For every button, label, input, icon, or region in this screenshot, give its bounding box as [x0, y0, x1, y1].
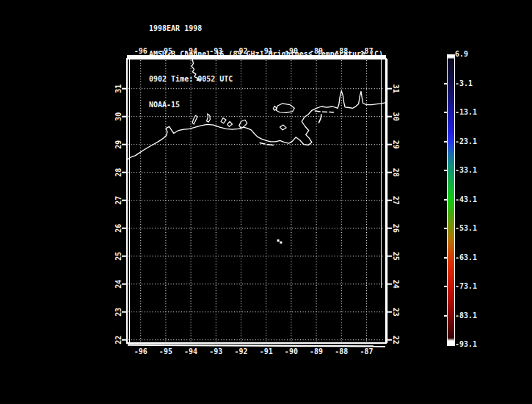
x-axis-label-top: -94 [184, 47, 197, 55]
data-speck [277, 239, 280, 242]
y-axis-label-right: 31 [392, 84, 400, 93]
colorbar-tick-label: -93.1 [455, 341, 477, 348]
barrier-island [260, 143, 265, 144]
y-axis-label-right: 26 [392, 224, 400, 233]
y-axis-label-left: 27 [114, 196, 123, 205]
y-axis-label-right: 25 [392, 252, 400, 261]
y-axis-label-left: 24 [114, 280, 123, 289]
x-axis-label-top: -88 [335, 47, 348, 55]
colorbar-tick-label: -73.1 [455, 283, 477, 290]
colorbar-tick-label: -83.1 [455, 312, 477, 320]
y-axis-label-right: 24 [392, 280, 400, 289]
swath-edge-bottom [128, 345, 385, 347]
y-axis-label-right: 23 [392, 308, 400, 317]
colorbar-tick [444, 141, 447, 143]
y-axis-label-left: 25 [114, 252, 123, 261]
x-axis-label-top: -89 [310, 47, 323, 55]
y-axis-label-left: 30 [114, 112, 123, 121]
x-axis-label-top: -95 [159, 47, 172, 55]
y-axis-label-right: 28 [392, 168, 400, 177]
colorbar [447, 54, 455, 346]
y-axis-label-left: 31 [114, 84, 123, 93]
swath-edge-top [127, 55, 386, 59]
barrier-island [267, 145, 273, 145]
colorbar-tick-label: -33.1 [455, 167, 477, 174]
lake-outline [221, 118, 226, 123]
lake-outline [227, 122, 233, 127]
colorbar-tick [444, 228, 447, 229]
colorbar-tick [444, 257, 447, 259]
colorbar-tick [444, 199, 447, 201]
colorbar-tick [444, 315, 447, 317]
y-axis-label-left: 28 [114, 168, 123, 177]
colorbar-tick [444, 83, 447, 84]
y-axis-label-right: 27 [392, 196, 400, 205]
colorbar-tick-label: -3.1 [455, 80, 473, 87]
y-axis-label-right: 22 [392, 336, 400, 345]
coastline-path [127, 91, 386, 160]
y-axis-label-left: 22 [114, 336, 123, 345]
x-axis-label-bottom: -96 [134, 347, 147, 356]
x-axis-label-top: -91 [260, 47, 273, 55]
x-axis-label-top: -90 [285, 47, 298, 55]
y-axis-label-right: 29 [392, 140, 400, 149]
x-axis-label-bottom: -87 [360, 347, 373, 356]
data-speck [280, 242, 282, 244]
x-axis-label-bottom: -94 [184, 347, 197, 356]
colorbar-tick-label: -53.1 [455, 225, 477, 232]
colorbar-tick [444, 112, 447, 113]
colorbar-tick-label: -43.1 [455, 196, 477, 203]
colorbar-tick [444, 170, 447, 171]
barrier-island [315, 111, 320, 112]
y-axis-label-left: 29 [114, 140, 123, 149]
x-axis-label-bottom: -93 [209, 347, 222, 356]
lake-outline [276, 104, 294, 113]
colorbar-tick-label: -13.1 [455, 109, 477, 116]
y-axis-label-left: 23 [114, 308, 123, 317]
lake-outline [192, 115, 197, 124]
x-axis-label-bottom: -88 [335, 347, 348, 356]
x-axis-label-top: -92 [234, 47, 247, 55]
y-axis-label-left: 26 [114, 224, 123, 233]
x-axis-label-top: -96 [134, 47, 147, 55]
lake-outline [239, 120, 247, 128]
x-axis-label-bottom: -90 [285, 347, 298, 356]
x-axis-label-bottom: -92 [234, 347, 247, 356]
colorbar-tick-label: -63.1 [455, 254, 477, 261]
barrier-island [319, 115, 321, 123]
x-axis-label-top: -87 [360, 47, 373, 55]
colorbar-tick [444, 286, 447, 287]
lake-outline [207, 114, 211, 122]
x-axis-label-bottom: -89 [310, 347, 323, 356]
river-path [192, 59, 200, 81]
x-axis-label-bottom: -91 [260, 347, 273, 356]
lake-outline [280, 125, 287, 130]
x-axis-label-top: -93 [209, 47, 222, 55]
x-axis-label-bottom: -95 [159, 347, 172, 356]
y-axis-label-right: 30 [392, 112, 400, 121]
plot-screen: 1998EAR 1998 AMSU-B Channel 16 (89 GHz) … [0, 0, 532, 404]
colorbar-tick-label: -23.1 [455, 138, 477, 145]
colorbar-tick-label: 6.9 [455, 51, 468, 58]
